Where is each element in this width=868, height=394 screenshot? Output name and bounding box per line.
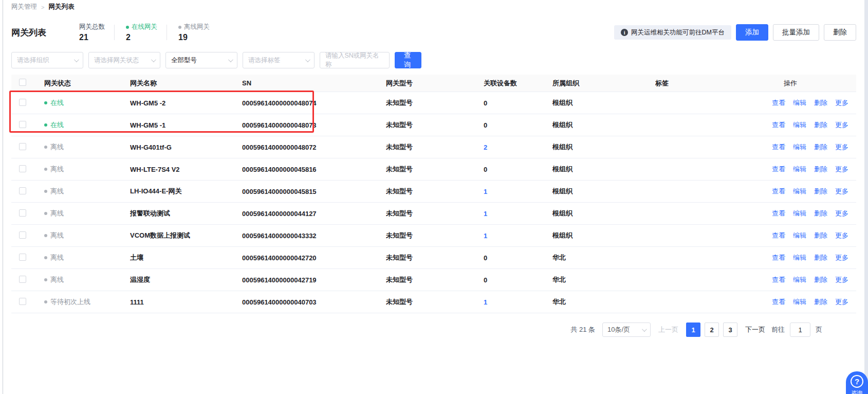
cell-sn: 00059614000000045816	[242, 166, 386, 173]
view-link[interactable]: 查看	[772, 231, 785, 240]
cell-actions: 查看编辑删除更多	[772, 165, 856, 174]
more-link[interactable]: 更多	[835, 253, 848, 262]
more-link[interactable]: 更多	[835, 275, 848, 284]
edit-link[interactable]: 编辑	[793, 142, 806, 152]
row-checkbox[interactable]	[19, 231, 26, 239]
search-button[interactable]: 查询	[395, 52, 421, 68]
device-count-value[interactable]: 1	[484, 210, 487, 218]
cell-status: 离线	[44, 231, 130, 240]
edit-link[interactable]: 编辑	[793, 253, 806, 262]
page-number-button[interactable]: 2	[705, 323, 719, 337]
status-dot-icon	[44, 190, 47, 193]
cell-organization: 华北	[552, 297, 655, 307]
org-select[interactable]: 请选择组织	[11, 52, 83, 68]
edit-link[interactable]: 编辑	[793, 231, 806, 240]
batch-add-button[interactable]: 批量添加	[773, 24, 819, 41]
delete-link[interactable]: 删除	[814, 253, 827, 262]
col-header-sn: SN	[242, 79, 386, 87]
view-link[interactable]: 查看	[772, 165, 785, 174]
delete-link[interactable]: 删除	[814, 165, 827, 174]
delete-link[interactable]: 删除	[814, 98, 827, 108]
delete-link[interactable]: 删除	[814, 209, 827, 218]
delete-link[interactable]: 删除	[814, 275, 827, 284]
more-link[interactable]: 更多	[835, 187, 848, 196]
select-all-checkbox[interactable]	[19, 79, 26, 86]
page-number-button[interactable]: 1	[686, 323, 700, 337]
edit-link[interactable]: 编辑	[793, 297, 806, 307]
row-checkbox[interactable]	[19, 165, 26, 172]
edit-link[interactable]: 编辑	[793, 98, 806, 108]
view-link[interactable]: 查看	[772, 142, 785, 152]
more-link[interactable]: 更多	[835, 209, 848, 218]
edit-link[interactable]: 编辑	[793, 120, 806, 130]
page-size-select[interactable]: 10条/页	[602, 323, 651, 337]
cell-organization: 根组织	[552, 187, 655, 196]
cell-model: 未知型号	[386, 165, 484, 174]
delete-link[interactable]: 删除	[814, 187, 827, 196]
row-checkbox[interactable]	[19, 298, 26, 305]
view-link[interactable]: 查看	[772, 120, 785, 130]
row-checkbox[interactable]	[19, 187, 26, 194]
view-link[interactable]: 查看	[772, 253, 785, 262]
vertical-scrollbar[interactable]	[864, 0, 868, 394]
prev-page-button[interactable]: 上一页	[658, 325, 678, 334]
row-checkbox[interactable]	[19, 276, 26, 283]
view-link[interactable]: 查看	[772, 275, 785, 284]
row-checkbox[interactable]	[19, 121, 26, 128]
view-link[interactable]: 查看	[772, 98, 785, 108]
breadcrumb-parent[interactable]: 网关管理	[11, 3, 37, 11]
row-checkbox-cell	[11, 254, 44, 262]
help-widget[interactable]: ? 咨询	[846, 371, 868, 394]
more-link[interactable]: 更多	[835, 231, 848, 240]
delete-link[interactable]: 删除	[814, 297, 827, 307]
row-checkbox[interactable]	[19, 254, 26, 261]
goto-page-input[interactable]: 1	[790, 323, 810, 337]
gateway-status-select[interactable]: 请选择网关状态	[88, 52, 160, 68]
table-row: 在线WH-GM5 -100059614000000048073未知型号0根组织查…	[11, 114, 856, 136]
view-link[interactable]: 查看	[772, 297, 785, 307]
next-page-button[interactable]: 下一页	[745, 325, 765, 334]
tag-select[interactable]: 请选择标签	[243, 52, 315, 68]
more-link[interactable]: 更多	[835, 165, 848, 174]
table-body: 在线WH-GM5 -200059614000000048074未知型号0根组织查…	[11, 92, 856, 313]
status-text: 离线	[50, 275, 64, 284]
sn-search-input[interactable]: 请输入SN或网关名称	[320, 52, 390, 68]
page-number-button[interactable]: 3	[723, 323, 737, 337]
device-count-value[interactable]: 2	[484, 144, 487, 151]
edit-link[interactable]: 编辑	[793, 165, 806, 174]
device-count-value[interactable]: 1	[484, 188, 487, 195]
delete-button[interactable]: 删除	[824, 24, 856, 41]
more-link[interactable]: 更多	[835, 98, 848, 108]
cell-gateway-name: 报警联动测试	[130, 209, 242, 218]
row-checkbox-cell	[11, 209, 44, 218]
row-checkbox[interactable]	[19, 143, 26, 150]
more-link[interactable]: 更多	[835, 120, 848, 130]
view-link[interactable]: 查看	[772, 187, 785, 196]
delete-link[interactable]: 删除	[814, 142, 827, 152]
edit-link[interactable]: 编辑	[793, 275, 806, 284]
row-checkbox[interactable]	[19, 209, 26, 217]
cell-gateway-name: 温湿度	[130, 275, 242, 284]
more-link[interactable]: 更多	[835, 297, 848, 307]
table-row: 等待初次上线111100059614000000040703未知型号1华北查看编…	[11, 291, 856, 313]
device-count-value[interactable]: 1	[484, 298, 487, 306]
delete-link[interactable]: 删除	[814, 120, 827, 130]
more-link[interactable]: 更多	[835, 142, 848, 152]
edit-link[interactable]: 编辑	[793, 187, 806, 196]
view-link[interactable]: 查看	[772, 209, 785, 218]
breadcrumb: 网关管理 > 网关列表	[11, 0, 856, 11]
model-select[interactable]: 全部型号	[165, 52, 237, 68]
status-text: 等待初次上线	[50, 297, 90, 307]
device-count-value[interactable]: 1	[484, 232, 487, 240]
cell-status: 离线	[44, 209, 130, 218]
cell-status: 离线	[44, 275, 130, 284]
table-row: 离线WH-G401tf-G00059614000000048072未知型号2根组…	[11, 136, 856, 158]
page-size-value: 10条/页	[607, 325, 630, 334]
edit-link[interactable]: 编辑	[793, 209, 806, 218]
delete-link[interactable]: 删除	[814, 231, 827, 240]
chevron-down-icon	[228, 57, 233, 62]
status-text: 在线	[50, 120, 64, 130]
add-button[interactable]: 添加	[736, 24, 768, 41]
row-checkbox[interactable]	[19, 99, 26, 106]
cell-actions: 查看编辑删除更多	[772, 98, 856, 108]
